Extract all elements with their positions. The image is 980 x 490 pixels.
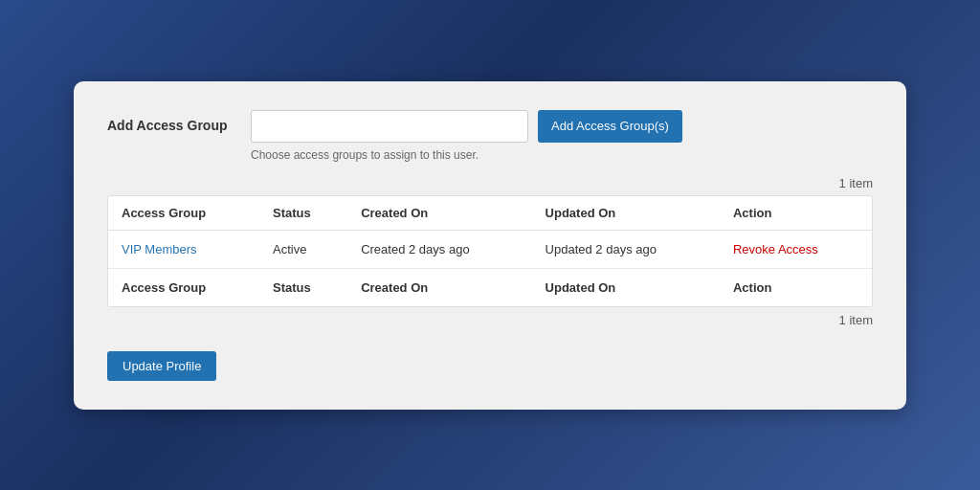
item-count-top: 1 item xyxy=(107,176,873,190)
footer-col-status: Status xyxy=(259,268,347,306)
cell-status: Active xyxy=(259,230,347,268)
add-access-group-label: Add Access Group xyxy=(107,110,232,133)
table-row: VIP Members Active Created 2 days ago Up… xyxy=(108,230,872,268)
main-card: Add Access Group Add Access Group(s) Cho… xyxy=(74,81,906,410)
update-profile-button[interactable]: Update Profile xyxy=(107,351,216,381)
add-access-group-section: Add Access Group Add Access Group(s) xyxy=(107,110,873,143)
vip-members-link[interactable]: VIP Members xyxy=(122,242,197,256)
access-group-table: Access Group Status Created On Updated O… xyxy=(107,195,873,307)
col-header-created-on: Created On xyxy=(347,196,531,231)
add-controls: Add Access Group(s) xyxy=(251,110,682,143)
col-header-status: Status xyxy=(259,196,347,231)
footer-row: 1 item xyxy=(107,313,873,327)
cell-access-group: VIP Members xyxy=(108,230,259,268)
cell-created-on: Created 2 days ago xyxy=(347,230,531,268)
item-count-bottom: 1 item xyxy=(839,313,873,327)
col-header-updated-on: Updated On xyxy=(532,196,720,231)
footer-col-updated-on: Updated On xyxy=(532,268,720,306)
cell-updated-on: Updated 2 days ago xyxy=(532,230,720,268)
cell-action: Revoke Access xyxy=(720,230,872,268)
revoke-access-button[interactable]: Revoke Access xyxy=(733,242,818,256)
helper-text: Choose access groups to assign to this u… xyxy=(251,148,873,162)
access-group-input[interactable] xyxy=(251,110,528,143)
table-footer-row: Access Group Status Created On Updated O… xyxy=(108,268,872,306)
col-header-access-group: Access Group xyxy=(108,196,259,231)
add-access-group-button[interactable]: Add Access Group(s) xyxy=(538,110,682,143)
footer-col-action: Action xyxy=(720,268,872,306)
footer-col-access-group: Access Group xyxy=(108,268,259,306)
footer-col-created-on: Created On xyxy=(347,268,531,306)
col-header-action: Action xyxy=(720,196,872,231)
table-header-row: Access Group Status Created On Updated O… xyxy=(108,196,872,231)
